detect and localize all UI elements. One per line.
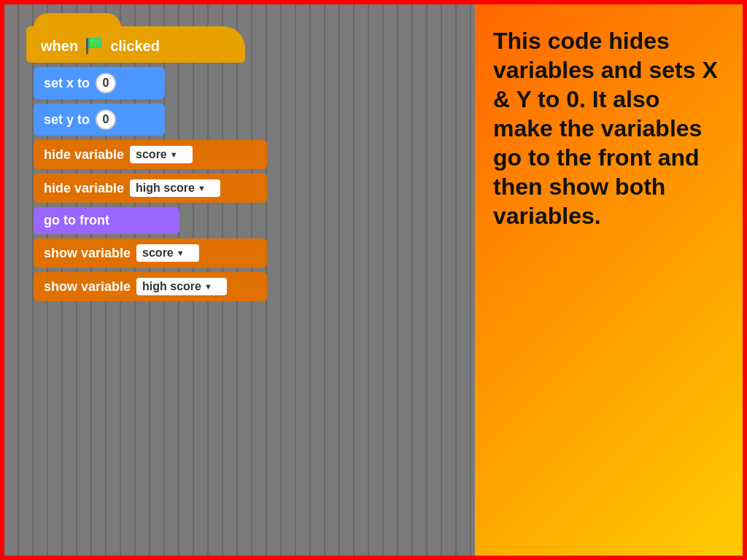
set-x-label: set x to [44, 76, 90, 91]
scratch-code-panel: when clicked set x to 0 set y to 0 hide … [4, 4, 475, 556]
score-dropdown-1[interactable]: score▼ [130, 146, 193, 163]
high-score-dropdown-2[interactable]: high score▼ [136, 278, 227, 295]
show-variable-label-2: show variable [44, 279, 131, 295]
svg-rect-4 [88, 38, 90, 48]
clicked-label: clicked [110, 38, 160, 55]
hide-variable-label-1: hide variable [44, 147, 124, 163]
when-label: when [41, 38, 78, 55]
y-value: 0 [96, 109, 116, 130]
hide-variable-highscore-block: hide variable high score▼ [34, 174, 267, 203]
when-flag-clicked-block: when clicked [26, 26, 245, 63]
hide-variable-label-2: hide variable [44, 181, 124, 196]
dropdown-arrow-icon-3: ▼ [177, 249, 185, 257]
set-x-block: set x to 0 [34, 67, 165, 99]
hide-variable-score-block: hide variable score▼ [34, 140, 267, 169]
set-y-block: set y to 0 [34, 104, 165, 136]
dropdown-arrow-icon: ▼ [170, 150, 178, 159]
x-value: 0 [96, 73, 116, 93]
show-variable-highscore-block: show variable high score▼ [34, 272, 267, 301]
score-dropdown-2[interactable]: score▼ [136, 244, 199, 262]
set-y-label: set y to [44, 112, 90, 128]
go-to-front-label: go to front [44, 213, 109, 228]
description-text: This code hides variables and sets X & Y… [493, 26, 724, 230]
dropdown-arrow-icon-2: ▼ [198, 184, 206, 192]
dropdown-arrow-icon-4: ▼ [204, 282, 212, 291]
description-panel: This code hides variables and sets X & Y… [475, 4, 743, 556]
green-flag-icon [84, 36, 104, 55]
show-variable-label-1: show variable [44, 246, 131, 261]
go-to-front-block: go to front [34, 207, 179, 234]
show-variable-score-block: show variable score▼ [34, 238, 267, 268]
high-score-dropdown-1[interactable]: high score▼ [130, 179, 220, 197]
svg-rect-0 [86, 38, 88, 54]
